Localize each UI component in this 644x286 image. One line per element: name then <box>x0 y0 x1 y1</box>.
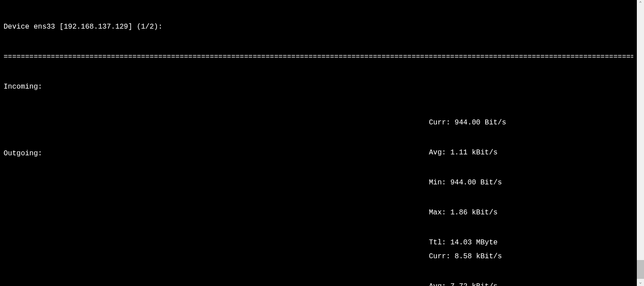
device-header: Device ens33 [192.168.137.129] (1/2): <box>4 22 633 32</box>
scroll-thumb[interactable] <box>637 260 644 279</box>
incoming-label: Incoming: <box>4 82 633 92</box>
vertical-scrollbar[interactable]: ⌃ ⌄ <box>637 0 644 286</box>
outgoing-avg: Avg: 7.72 kBit/s <box>429 282 502 286</box>
outgoing-stats: Curr: 8.58 kBit/s Avg: 7.72 kBit/s Min: … <box>429 231 502 286</box>
divider-line: ========================================… <box>4 52 633 62</box>
incoming-avg: Avg: 1.11 kBit/s <box>429 148 506 158</box>
outgoing-curr: Curr: 8.58 kBit/s <box>429 252 502 261</box>
incoming-max: Max: 1.86 kBit/s <box>429 208 506 218</box>
incoming-min: Min: 944.00 Bit/s <box>429 178 506 188</box>
incoming-curr: Curr: 944.00 Bit/s <box>429 118 506 128</box>
scroll-down-arrow-icon[interactable]: ⌄ <box>637 279 644 286</box>
scroll-up-arrow-icon[interactable]: ⌃ <box>637 0 644 7</box>
outgoing-label: Outgoing: <box>4 149 42 158</box>
terminal-output: Device ens33 [192.168.137.129] (1/2): ==… <box>0 0 637 286</box>
